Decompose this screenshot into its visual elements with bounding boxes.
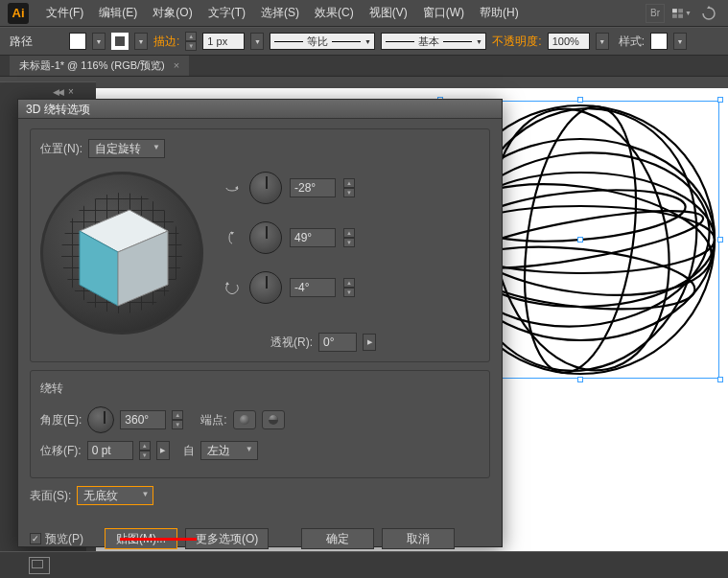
stroke-swatch[interactable] (111, 33, 129, 50)
fill-dropdown[interactable]: ▼ (92, 33, 106, 50)
surface-dropdown[interactable]: 无底纹 (77, 486, 153, 505)
tool-label: 路径 (10, 34, 33, 50)
options-bar: 路径 ▼ ▼ 描边: ▲▼ ▼ 等比▼ 基本▼ 不透明度: ▼ 样式: ▼ (0, 27, 728, 56)
degree-stepper[interactable]: ▲▼ (172, 410, 183, 429)
opacity-dropdown[interactable]: ▼ (596, 33, 609, 50)
dialog-title: 3D 绕转选项 (18, 100, 502, 119)
checkbox-icon: ✓ (30, 533, 41, 544)
angle-y-input[interactable] (290, 228, 336, 247)
preview-checkbox[interactable]: ✓ 预览(P) (30, 531, 83, 547)
ok-button[interactable]: 确定 (301, 528, 374, 549)
3d-revolve-dialog: 3D 绕转选项 位置(N): 自定旋转 (17, 99, 503, 547)
style-swatch[interactable] (650, 33, 668, 50)
left-panel-tab[interactable]: ◀◀ × (0, 81, 96, 101)
angle-z-stepper[interactable]: ▲▼ (343, 278, 355, 297)
svg-rect-0 (672, 9, 677, 12)
handle-tm[interactable] (577, 97, 583, 103)
cap-label: 端点: (200, 412, 226, 428)
position-label: 位置(N): (40, 141, 82, 157)
stroke-weight-dropdown[interactable]: ▼ (250, 33, 264, 50)
cap-on-button[interactable] (233, 410, 256, 429)
handle-mr[interactable] (717, 237, 723, 243)
svg-rect-2 (672, 13, 677, 17)
opacity-input[interactable] (548, 33, 590, 50)
menu-window[interactable]: 窗口(W) (415, 5, 472, 21)
opacity-label[interactable]: 不透明度: (492, 34, 541, 50)
offset-label: 位移(F): (40, 443, 82, 459)
revolve-group: 绕转 角度(E): ▲▼ 端点: 位移(F): ▲▼ ▶ 自 左边 (30, 370, 490, 478)
degree-input[interactable] (120, 410, 166, 429)
angle-y-dial[interactable] (249, 221, 282, 254)
br-icon[interactable]: Br (646, 4, 665, 23)
stroke-label[interactable]: 描边: (153, 34, 179, 50)
statusbar (0, 551, 728, 578)
style-label: 样式: (619, 34, 645, 50)
document-title: 未标题-1* @ 116% (RGB/预览) (19, 59, 165, 71)
panel-close-icon[interactable]: × (68, 86, 74, 97)
offset-stepper[interactable]: ▲▼ (139, 441, 151, 460)
angle-z-dial[interactable] (249, 271, 282, 304)
preview-label: 预览(P) (45, 531, 83, 547)
angle-x-stepper[interactable]: ▲▼ (343, 178, 355, 197)
stroke-profile[interactable]: 等比▼ (270, 33, 375, 50)
angle-x-input[interactable] (290, 178, 336, 197)
cube-icon (64, 191, 179, 315)
fill-swatch[interactable] (69, 33, 86, 50)
menu-edit[interactable]: 编辑(E) (91, 5, 145, 21)
handle-br[interactable] (717, 377, 723, 382)
app-window: Ai 文件(F) 编辑(E) 对象(O) 文字(T) 选择(S) 效果(C) 视… (0, 0, 728, 578)
menu-view[interactable]: 视图(V) (362, 5, 415, 21)
menu-select[interactable]: 选择(S) (253, 5, 307, 21)
position-group: 位置(N): 自定旋转 (30, 128, 490, 362)
angle-z-input[interactable] (290, 278, 336, 297)
stroke-weight-stepper[interactable]: ▲▼ (185, 32, 197, 51)
rotation-cube-preview[interactable] (40, 172, 203, 335)
sync-icon[interactable] (699, 4, 718, 23)
menu-effect[interactable]: 效果(C) (307, 5, 362, 21)
menu-help[interactable]: 帮助(H) (472, 5, 527, 21)
menubar: Ai 文件(F) 编辑(E) 对象(O) 文字(T) 选择(S) 效果(C) 视… (0, 0, 728, 27)
offset-input[interactable] (87, 441, 133, 460)
degree-label: 角度(E): (40, 412, 82, 428)
menu-type[interactable]: 文字(T) (200, 5, 253, 21)
dialog-footer: ✓ 预览(P) 贴图(M)... 更多选项(O) 确定 取消 (18, 522, 502, 555)
perspective-label: 透视(R): (270, 335, 313, 351)
more-options-button[interactable]: 更多选项(O) (185, 528, 269, 549)
handle-bm[interactable] (577, 377, 583, 382)
artboard-nav-icon[interactable] (29, 557, 50, 574)
center-point[interactable] (577, 237, 583, 243)
position-dropdown[interactable]: 自定旋转 (88, 139, 165, 158)
axis-y-icon (223, 228, 242, 247)
angle-y-stepper[interactable]: ▲▼ (343, 228, 355, 247)
annotation-underline (120, 538, 197, 541)
collapse-icon[interactable]: ◀◀ (53, 87, 62, 97)
angle-x-dial[interactable] (249, 172, 282, 204)
menu-file[interactable]: 文件(F) (38, 5, 91, 21)
stroke-dropdown[interactable]: ▼ (134, 33, 148, 50)
axis-z-icon (223, 278, 242, 297)
svg-rect-1 (678, 9, 683, 12)
cap-off-button[interactable] (262, 410, 285, 429)
revolve-section-label: 绕转 (40, 381, 480, 397)
app-logo-icon: Ai (8, 3, 29, 24)
offset-dropdown[interactable]: ▶ (156, 441, 170, 460)
close-tab-icon[interactable]: × (174, 59, 179, 71)
perspective-dropdown[interactable]: ▶ (363, 334, 376, 351)
style-dropdown[interactable]: ▼ (673, 33, 687, 50)
surface-label: 表面(S): (30, 488, 71, 504)
from-label: 自 (183, 443, 195, 459)
brush-def[interactable]: 基本▼ (381, 33, 486, 50)
document-tabbar: 未标题-1* @ 116% (RGB/预览) × (0, 56, 728, 77)
from-dropdown[interactable]: 左边 (200, 441, 258, 460)
menu-object[interactable]: 对象(O) (145, 5, 200, 21)
cancel-button[interactable]: 取消 (382, 528, 455, 549)
handle-tr[interactable] (717, 97, 723, 103)
arrange-icon[interactable]: ▼ (672, 4, 692, 23)
perspective-input[interactable] (318, 333, 357, 352)
stroke-weight-input[interactable] (202, 33, 245, 50)
degree-dial[interactable] (87, 406, 114, 433)
document-tab[interactable]: 未标题-1* @ 116% (RGB/预览) × (10, 56, 189, 76)
axis-x-icon (223, 178, 242, 197)
svg-rect-3 (678, 13, 683, 17)
